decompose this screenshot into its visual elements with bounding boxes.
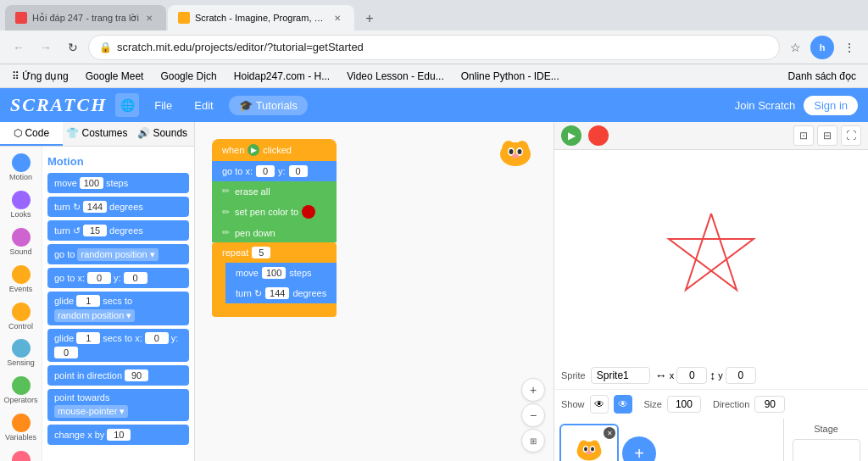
block-move-inner[interactable]: move 100 steps [225, 263, 337, 283]
nav-bar: ← → ↻ 🔒 scratch.mit.edu/projects/editor/… [0, 31, 868, 64]
cat-sensing[interactable]: Sensing [3, 336, 40, 371]
block-pen-down-script[interactable]: ✏ pen down [212, 223, 337, 242]
cat-variables[interactable]: Variables [3, 410, 40, 446]
green-flag-button[interactable]: ▶ [561, 125, 581, 146]
stop-button[interactable] [588, 125, 609, 146]
bookmark-python[interactable]: Online Python - IDE... [456, 69, 565, 84]
svg-point-3 [504, 142, 527, 163]
globe-button[interactable]: 🌐 [115, 93, 139, 117]
motion-title: Motion [47, 155, 189, 168]
tab-scratch[interactable]: Scratch - Imagine, Program, Sha... ✕ [168, 5, 354, 31]
cat-motion[interactable]: Motion [3, 150, 40, 186]
block-glide-xy[interactable]: glide 1 secs to x: 0 y: 0 [47, 329, 189, 362]
sprite-y-input[interactable] [726, 367, 756, 384]
block-change-x[interactable]: change x by 10 [47, 425, 189, 445]
tab-sounds[interactable]: 🔊 Sounds [131, 122, 194, 146]
tab-costumes[interactable]: 👕 Costumes [63, 122, 131, 146]
zoom-out-button[interactable]: − [521, 403, 545, 427]
tab-close-hoidap[interactable]: ✕ [142, 11, 156, 25]
tab-close-scratch[interactable]: ✕ [331, 11, 344, 25]
svg-point-15 [584, 447, 587, 452]
cat-dot-variables [12, 414, 31, 432]
sprite-delete-button[interactable]: ✕ [604, 427, 615, 439]
add-sprite-button[interactable]: + [622, 436, 656, 461]
tab-title-hoidap: Hỏi đáp 247 - trang tra lời [32, 13, 139, 24]
cat-looks[interactable]: Looks [3, 187, 40, 223]
hide-eye-button[interactable]: 👁 [590, 395, 609, 414]
block-goto-xy[interactable]: go to x: 0 y: 0 [47, 268, 189, 288]
bookmark-hoidap[interactable]: Hoidap247.com - H... [229, 69, 335, 84]
block-set-pen-color-script[interactable]: ✏ set pen color to [212, 201, 337, 223]
header-right: Join Scratch Sign in [735, 96, 858, 115]
tab-hoidap[interactable]: Hỏi đáp 247 - trang tra lời ✕ [5, 5, 166, 31]
direction-input[interactable] [754, 396, 785, 413]
back-button[interactable]: ← [7, 36, 31, 59]
tutorials-button[interactable]: 🎓 Tutorials [229, 96, 308, 115]
hoidap-label: Hoidap247.com - H... [234, 70, 330, 82]
script-area[interactable]: when ▶ clicked go to x: 0 y: 0 ✏ erase [195, 122, 554, 461]
signin-button[interactable]: Sign in [804, 96, 858, 115]
block-move[interactable]: move 100 steps [47, 173, 189, 193]
script-stack: when ▶ clicked go to x: 0 y: 0 ✏ erase [212, 139, 337, 317]
tab-code[interactable]: ⬡ Code [0, 122, 63, 146]
scratch-header: SCRATCH 🌐 File Edit 🎓 Tutorials Join Scr… [0, 88, 868, 122]
bookmark-star[interactable]: ☆ [783, 36, 807, 59]
sprite-thumb-img [570, 429, 608, 461]
full-stage-button[interactable]: ⊟ [817, 125, 837, 146]
bookmark-video[interactable]: Video Lesson - Edu... [342, 69, 449, 84]
y-label: y [718, 370, 723, 380]
block-point-dir[interactable]: point in direction 90 [47, 365, 189, 386]
block-glide-random[interactable]: glide 1 secs to random position ▾ [47, 292, 189, 325]
hat-block[interactable]: when ▶ clicked [212, 139, 337, 161]
cat-control[interactable]: Control [3, 299, 40, 335]
block-repeat-script[interactable]: repeat 5 [212, 242, 337, 263]
sprite-name-input[interactable] [591, 367, 650, 384]
address-bar[interactable]: 🔒 scratch.mit.edu/projects/editor/?tutor… [88, 35, 780, 60]
block-goto-random[interactable]: go to random position ▾ [47, 244, 189, 264]
forward-button[interactable]: → [34, 36, 58, 59]
cat-myblocks[interactable]: My Blocks [3, 447, 40, 461]
zoom-fit-button[interactable]: ⊞ [521, 429, 545, 453]
cat-operators[interactable]: Operators [3, 373, 40, 408]
stage-thumb[interactable] [793, 439, 860, 461]
block-point-towards[interactable]: point towards mouse-pointer ▾ [47, 389, 189, 421]
translate-label: Google Dịch [160, 70, 216, 82]
stage-canvas [554, 150, 868, 362]
block-goto-xy-script[interactable]: go to x: 0 y: 0 [212, 161, 337, 181]
fullscreen-button[interactable]: ⛶ [841, 125, 861, 146]
repeat-inner-blocks: move 100 steps turn ↻ 144 degrees [225, 263, 337, 303]
size-input[interactable] [667, 396, 701, 413]
stage-panel: ▶ ⊡ ⊟ ⛶ Sprite ↔ [554, 122, 868, 461]
cat-sound[interactable]: Sound [3, 225, 40, 260]
bookmark-apps[interactable]: ⠿ Ứng dụng [7, 69, 74, 84]
svg-point-8 [512, 154, 519, 158]
costumes-tab-label: Costumes [81, 127, 127, 139]
bookmark-meet[interactable]: Google Meet [81, 69, 149, 84]
sprites-list: ✕ [554, 419, 783, 461]
bookmark-translate[interactable]: Google Dịch [155, 69, 221, 84]
block-turn-cw[interactable]: turn ↻ 144 degrees [47, 197, 189, 217]
cat-dot-motion [12, 153, 31, 172]
bookmark-readlist[interactable]: Danh sách đọc [783, 69, 861, 84]
pen-color-swatch[interactable] [302, 205, 315, 219]
block-turn-inner[interactable]: turn ↻ 144 degrees [225, 283, 337, 303]
cat-events[interactable]: Events [3, 262, 40, 297]
edit-menu[interactable]: Edit [187, 96, 220, 115]
block-turn-ccw[interactable]: turn ↺ 15 degrees [47, 220, 189, 241]
new-tab-button[interactable]: + [358, 7, 381, 31]
block-erase-all-script[interactable]: ✏ erase all [212, 181, 337, 201]
file-menu[interactable]: File [147, 96, 179, 115]
small-stage-button[interactable]: ⊡ [793, 125, 814, 146]
sprite-x-input[interactable] [676, 367, 707, 384]
reload-button[interactable]: ↻ [61, 36, 85, 59]
sprites-stage-row: ✕ [554, 419, 868, 461]
zoom-in-button[interactable]: + [521, 378, 545, 402]
profile-button[interactable]: h [810, 36, 834, 59]
scratch-cat-thumbnail [494, 131, 537, 171]
show-eye-button[interactable]: 👁 [614, 395, 632, 414]
join-button[interactable]: Join Scratch [735, 99, 796, 112]
cat-dot-myblocks [12, 451, 31, 461]
cat-dot-sound [12, 228, 31, 247]
more-button[interactable]: ⋮ [837, 36, 861, 59]
sprite-thumb-sprite1[interactable]: ✕ [559, 424, 619, 461]
